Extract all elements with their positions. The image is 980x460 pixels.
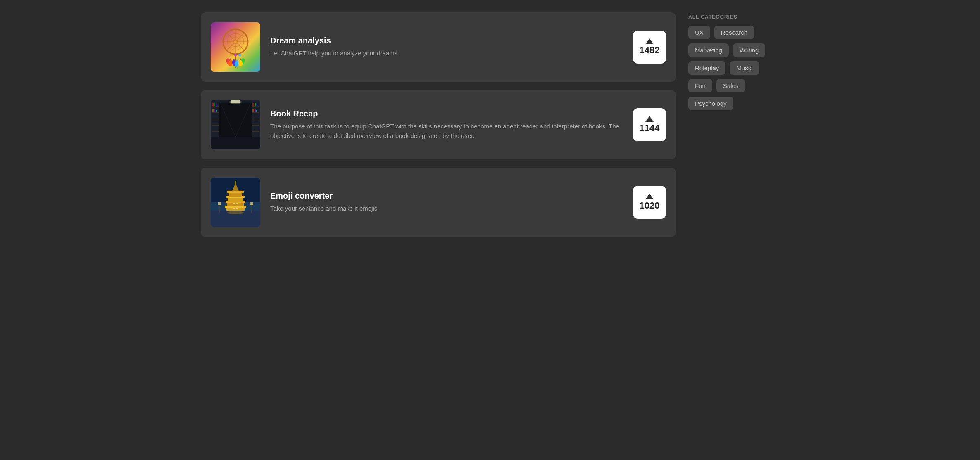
- svg-rect-69: [236, 203, 238, 204]
- svg-rect-44: [255, 103, 256, 106]
- svg-rect-65: [235, 181, 236, 185]
- sidebar-title: ALL CATEGORIES: [688, 14, 779, 20]
- category-roleplay[interactable]: Roleplay: [688, 61, 725, 75]
- svg-rect-71: [219, 204, 220, 213]
- svg-rect-34: [252, 119, 259, 119]
- svg-rect-35: [252, 125, 259, 126]
- card-content-book: Book Recap The purpose of this task is t…: [270, 109, 623, 140]
- svg-rect-37: [212, 103, 214, 106]
- upvote-triangle-emoji: [645, 194, 654, 199]
- svg-point-74: [250, 202, 253, 205]
- vote-count-dream: 1482: [640, 45, 660, 56]
- category-music[interactable]: Music: [730, 61, 759, 75]
- svg-rect-46: [252, 109, 254, 112]
- card-content-emoji: Emoji converter Take your sentance and m…: [270, 191, 623, 213]
- upvote-triangle-book: [645, 116, 654, 122]
- svg-point-72: [218, 202, 221, 205]
- svg-rect-47: [255, 109, 256, 112]
- svg-rect-66: [233, 208, 235, 209]
- svg-rect-32: [252, 106, 259, 107]
- upvote-triangle-dream: [645, 38, 654, 44]
- card-dream-analysis: Dream analysis Let ChatGPT help you to a…: [201, 12, 676, 82]
- card-book-recap: Book Recap The purpose of this task is t…: [201, 90, 676, 159]
- svg-rect-31: [212, 131, 219, 132]
- svg-rect-30: [212, 125, 219, 126]
- card-title-dream: Dream analysis: [270, 36, 623, 45]
- card-description-book: The purpose of this task is to equip Cha…: [270, 122, 623, 140]
- category-writing[interactable]: Writing: [733, 43, 765, 57]
- category-fun[interactable]: Fun: [688, 79, 712, 92]
- sidebar: ALL CATEGORIES UX Research Marketing Wri…: [688, 12, 779, 237]
- svg-rect-39: [216, 104, 217, 106]
- card-emoji-converter: Emoji converter Take your sentance and m…: [201, 168, 676, 237]
- vote-box-book[interactable]: 1144: [633, 108, 666, 141]
- svg-rect-73: [251, 204, 252, 213]
- vote-count-emoji: 1020: [640, 200, 660, 211]
- card-image-book: [211, 100, 260, 149]
- svg-point-19: [234, 54, 237, 56]
- svg-rect-43: [252, 103, 254, 106]
- svg-rect-38: [214, 103, 215, 106]
- category-sales[interactable]: Sales: [716, 79, 745, 92]
- svg-rect-45: [256, 104, 257, 106]
- svg-rect-40: [212, 109, 214, 112]
- vote-count-book: 1144: [640, 123, 660, 133]
- svg-rect-42: [216, 110, 217, 112]
- categories-grid: UX Research Marketing Writing Roleplay M…: [688, 26, 779, 110]
- vote-box-emoji[interactable]: 1020: [633, 186, 666, 219]
- svg-rect-68: [233, 203, 235, 204]
- card-description-emoji: Take your sentance and make it emojis: [270, 204, 623, 213]
- category-marketing[interactable]: Marketing: [688, 43, 729, 57]
- category-ux[interactable]: UX: [688, 26, 710, 39]
- svg-rect-29: [212, 119, 219, 119]
- category-research[interactable]: Research: [714, 26, 754, 39]
- svg-point-20: [238, 54, 241, 56]
- svg-point-51: [229, 100, 242, 104]
- svg-rect-36: [252, 131, 259, 132]
- svg-rect-26: [211, 137, 260, 149]
- svg-rect-41: [214, 109, 215, 112]
- svg-rect-28: [212, 112, 219, 113]
- svg-point-18: [230, 54, 233, 56]
- svg-rect-48: [256, 110, 257, 112]
- page-container: Dream analysis Let ChatGPT help you to a…: [201, 8, 779, 237]
- card-image-emoji: [211, 178, 260, 227]
- svg-point-70: [227, 211, 244, 214]
- vote-box-dream[interactable]: 1482: [633, 31, 666, 64]
- svg-point-8: [234, 40, 237, 43]
- svg-rect-67: [236, 208, 238, 209]
- card-title-book: Book Recap: [270, 109, 623, 119]
- card-description-dream: Let ChatGPT help you to analyze your dre…: [270, 49, 623, 58]
- category-psychology[interactable]: Psychology: [688, 97, 733, 110]
- main-list: Dream analysis Let ChatGPT help you to a…: [201, 12, 676, 237]
- card-title-emoji: Emoji converter: [270, 191, 623, 201]
- card-content-dream: Dream analysis Let ChatGPT help you to a…: [270, 36, 623, 58]
- svg-rect-27: [212, 106, 219, 107]
- card-image-dream: [211, 22, 260, 72]
- svg-rect-63: [227, 191, 244, 193]
- svg-rect-33: [252, 112, 259, 113]
